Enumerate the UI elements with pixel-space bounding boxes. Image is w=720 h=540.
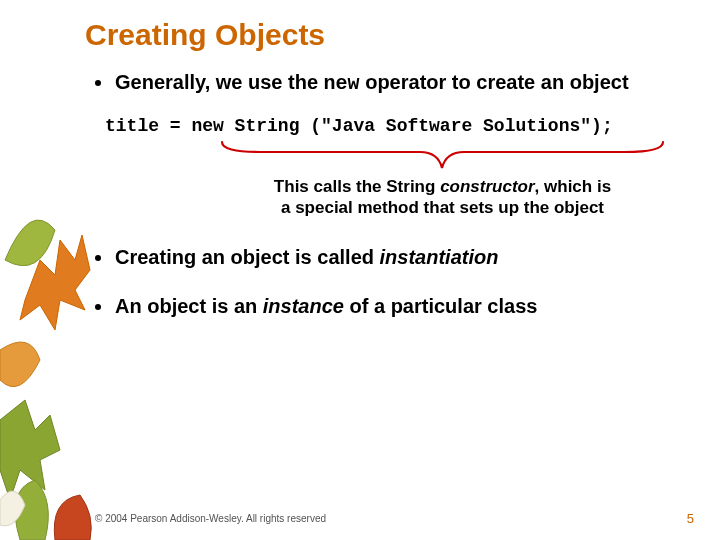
anno-line2: a special method that sets up the object <box>281 198 604 217</box>
bullet1-code: new <box>324 72 360 95</box>
bullet2-pre: Creating an object is called <box>115 246 380 268</box>
decorative-leaves <box>0 0 95 540</box>
bullet3-em: instance <box>263 295 344 317</box>
slide-title: Creating Objects <box>85 18 690 52</box>
bullet-dot-icon <box>95 80 101 86</box>
copyright-footer: © 2004 Pearson Addison-Wesley. All right… <box>95 513 326 524</box>
anno-line1-pre: This calls the String <box>274 177 440 196</box>
bullet3-post: of a particular class <box>344 295 537 317</box>
anno-line1-em: constructor <box>440 177 534 196</box>
constructor-annotation: This calls the String constructor, which… <box>85 176 690 219</box>
page-number: 5 <box>687 511 694 526</box>
bullet-instantiation: Creating an object is called instantiati… <box>85 245 690 270</box>
bullet1-pre: Generally, we use the <box>115 71 324 93</box>
bullet1-post: operator to create an object <box>360 71 629 93</box>
code-example: title = new String ("Java Software Solut… <box>105 116 690 136</box>
bullet-dot-icon <box>95 304 101 310</box>
bullet-new-operator: Generally, we use the new operator to cr… <box>85 70 690 96</box>
bullet-instance: An object is an instance of a particular… <box>85 294 690 319</box>
bullet2-em: instantiation <box>380 246 499 268</box>
brace-decoration <box>220 140 665 170</box>
bullet-dot-icon <box>95 255 101 261</box>
anno-line1-post: , which is <box>535 177 612 196</box>
bullet3-pre: An object is an <box>115 295 263 317</box>
